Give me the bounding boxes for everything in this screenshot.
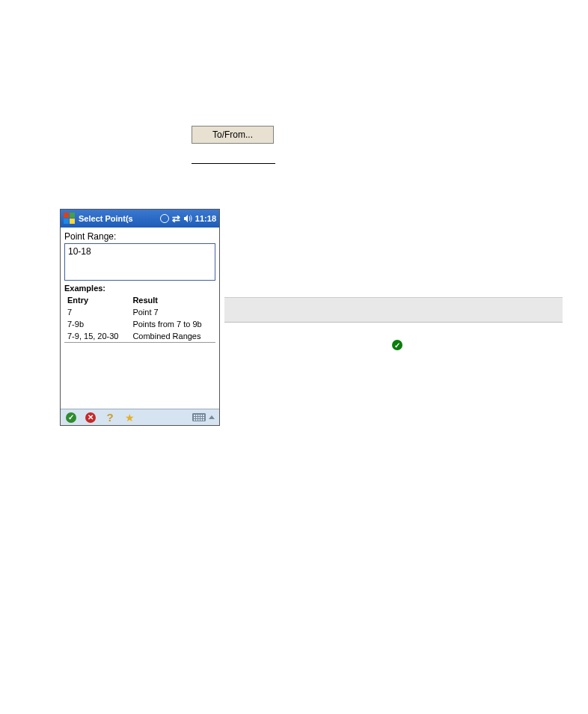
connection-icon: ⇄ bbox=[172, 215, 180, 223]
keyboard-icon[interactable] bbox=[192, 413, 206, 421]
examples-legend: Examples: bbox=[63, 284, 215, 293]
col-entry: Entry bbox=[64, 294, 129, 306]
cancel-button[interactable]: ✕ bbox=[85, 412, 97, 424]
cell-result: Combined Ranges bbox=[129, 330, 215, 343]
titlebar-title: Select Point(s bbox=[79, 214, 160, 223]
check-icon: ✓ bbox=[66, 412, 76, 423]
speaker-icon bbox=[183, 214, 192, 223]
help-button[interactable]: ? bbox=[104, 412, 116, 424]
table-row: 7-9, 15, 20-30 Combined Ranges bbox=[64, 330, 215, 343]
cell-result: Points from 7 to 9b bbox=[129, 318, 215, 330]
examples-group: Examples: Entry Result 7 Point 7 7-9b Po… bbox=[64, 289, 215, 343]
check-icon: ✓ bbox=[392, 340, 402, 350]
toolbar-right bbox=[192, 413, 215, 421]
cell-entry: 7-9b bbox=[64, 318, 129, 330]
content-area: Point Range: Examples: Entry Result 7 Po… bbox=[61, 228, 219, 343]
gray-strip bbox=[224, 297, 563, 323]
point-range-label: Point Range: bbox=[64, 231, 215, 242]
cell-entry: 7 bbox=[64, 306, 129, 318]
clock-time: 11:18 bbox=[195, 214, 216, 223]
windows-logo-icon bbox=[64, 213, 76, 225]
ok-button[interactable]: ✓ bbox=[65, 412, 77, 424]
close-icon: ✕ bbox=[85, 412, 96, 423]
col-result: Result bbox=[129, 294, 215, 306]
bottom-toolbar: ✓ ✕ ? ★ bbox=[61, 409, 219, 425]
expand-up-icon[interactable] bbox=[209, 415, 215, 419]
favorite-button[interactable]: ★ bbox=[123, 412, 135, 424]
table-header-row: Entry Result bbox=[64, 294, 215, 306]
point-range-input[interactable] bbox=[64, 243, 215, 281]
table-row: 7-9b Points from 7 to 9b bbox=[64, 318, 215, 330]
cell-entry: 7-9, 15, 20-30 bbox=[64, 330, 129, 343]
inline-ok-icon: ✓ bbox=[392, 340, 404, 352]
examples-table: Entry Result 7 Point 7 7-9b Points from … bbox=[64, 294, 215, 343]
titlebar: Select Point(s ⇄ 11:18 bbox=[61, 210, 219, 228]
table-row: 7 Point 7 bbox=[64, 306, 215, 318]
select-points-device: Select Point(s ⇄ 11:18 Point Range: Exam… bbox=[60, 209, 220, 426]
cell-result: Point 7 bbox=[129, 306, 215, 318]
underline-decor bbox=[192, 163, 275, 164]
sync-icon bbox=[160, 214, 169, 223]
to-from-button[interactable]: To/From... bbox=[192, 126, 274, 144]
titlebar-icons: ⇄ 11:18 bbox=[160, 214, 216, 223]
